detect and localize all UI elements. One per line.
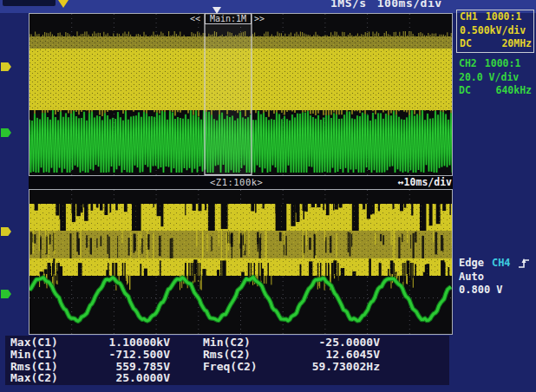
measurement-row: Max(C2) 25.0000V — [10, 372, 170, 384]
measurements-panel: Max(C1) 1.10000kV Min(C1) -712.500V Rms(… — [5, 336, 449, 385]
ch1-settings-box: CH1 1000:1 0.500kV/div DC 20MHz — [456, 10, 534, 53]
trigger-source: CH4 — [492, 257, 511, 271]
measurements-column-1: Max(C1) 1.10000kV Min(C1) -712.500V Rms(… — [10, 336, 170, 384]
main-waveform-svg — [29, 14, 452, 175]
ch1-scale-line: 0.500kV/div — [460, 24, 533, 38]
measurement-row: Rms(C2) 12.6045V — [203, 349, 380, 361]
ch2-name: CH2 — [459, 57, 477, 71]
horizontal-arrow-icon: ↔ — [398, 176, 404, 188]
main-waveform-grid: << Main:1M >> — [29, 13, 453, 176]
trigger-position-marker-icon — [212, 7, 221, 14]
ch2-scale-line: 20.0 V/div — [459, 71, 533, 85]
rising-edge-icon — [518, 258, 531, 269]
ch1-zoom-position-marker — [1, 227, 11, 236]
main-window-right-arrows: >> — [254, 14, 265, 23]
ch2-probe-ratio: 1000:1 — [485, 57, 521, 71]
ch1-name: CH1 — [460, 10, 478, 24]
main-window-name: Main:1M — [205, 13, 252, 24]
zoom-label-band: <Z1:100k> ↔10ms/div — [29, 176, 453, 189]
ch2-coupling: DC — [459, 84, 471, 98]
ch2-title-line: CH2 1000:1 — [459, 57, 533, 71]
trigger-mode: Auto — [459, 271, 531, 284]
trigger-level: 0.800 V — [459, 284, 531, 297]
ch2-position-marker — [1, 128, 11, 137]
ch2-zoom-position-marker — [1, 290, 11, 298]
measurements-column-2: Min(C2) -25.0000V Rms(C2) 12.6045V Freq(… — [203, 336, 380, 372]
zoom-window-label: <Z1:100k> — [210, 177, 263, 187]
ch1-probe-ratio: 1000:1 — [486, 10, 522, 24]
measurement-row: Rms(C1) 559.785V — [10, 361, 170, 373]
main-window-label: << Main:1M >> — [29, 13, 452, 25]
measurement-row: Freq(C2) 59.73002Hz — [203, 361, 380, 373]
sample-rate: 1MS/s — [330, 0, 367, 10]
zoom-waveform-svg — [29, 190, 452, 334]
waveform-display: << Main:1M >> <Z1:100k> ↔10ms/div — [29, 13, 453, 335]
trigger-type: Edge — [459, 257, 484, 271]
measurement-row: Max(C1) 1.10000kV — [10, 336, 170, 349]
ch1-coupling: DC — [460, 37, 472, 51]
ch2-bandwidth: 640kHz — [495, 84, 532, 98]
ch2-settings-box: CH2 1000:1 20.0 V/div DC 640kHz — [459, 57, 533, 98]
cutoff-header-artifact — [3, 0, 56, 6]
trigger-level-marker-icon — [58, 0, 69, 8]
measurement-row: Min(C1) -712.500V — [10, 349, 170, 361]
main-timebase: 100ms/div — [377, 0, 442, 10]
ch1-position-marker — [1, 62, 11, 71]
trigger-settings-box: Edge CH4 Auto 0.800 V — [459, 257, 531, 297]
zoom-waveform-grid — [29, 189, 453, 335]
trigger-type-line: Edge CH4 — [459, 257, 531, 271]
acquisition-readout: 1MS/s100ms/div — [330, 0, 442, 10]
zoom-timebase: ↔10ms/div — [398, 176, 452, 188]
ch1-title-line: CH1 1000:1 — [460, 10, 533, 24]
ch1-scale: 0.500kV/div — [460, 24, 526, 38]
ch1-coupling-line: DC 20MHz — [460, 37, 533, 51]
main-window-left-arrows: << — [190, 14, 200, 23]
ch1-bandwidth: 20MHz — [501, 37, 532, 51]
ch2-coupling-line: DC 640kHz — [459, 84, 533, 98]
oscilloscope-screen: 1MS/s100ms/div << Main:1M >> — [0, 0, 536, 392]
ch2-scale: 20.0 V/div — [459, 71, 519, 85]
measurement-row: Min(C2) -25.0000V — [203, 336, 380, 349]
